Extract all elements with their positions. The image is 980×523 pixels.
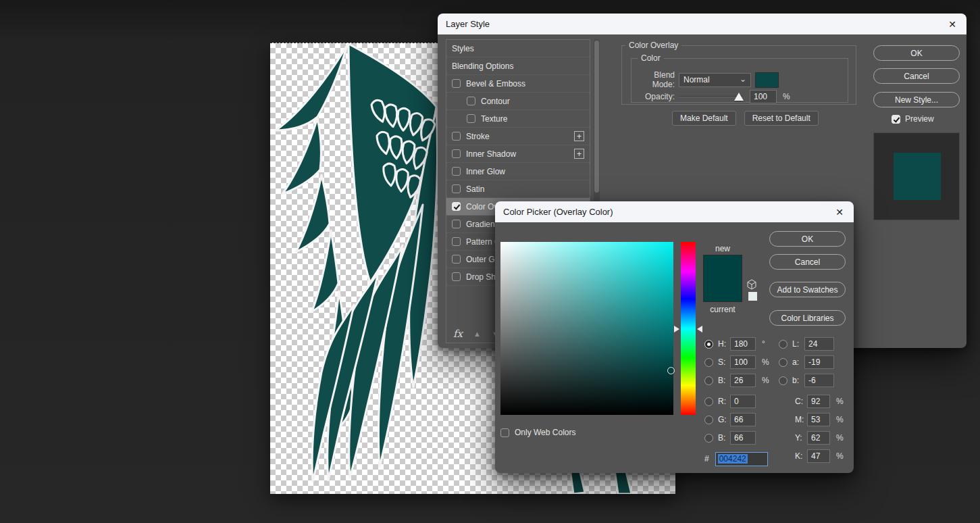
preview-label: Preview xyxy=(905,114,934,124)
styles-item-texture[interactable]: Texture xyxy=(446,110,590,128)
inner-glow-checkbox[interactable] xyxy=(452,167,461,176)
lab-b-field-row: b: xyxy=(779,373,834,388)
blend-mode-label: Blend Mode: xyxy=(631,70,675,89)
opacity-slider-track[interactable] xyxy=(679,96,743,97)
magenta-field-row: M: % xyxy=(795,412,844,427)
ok-button[interactable]: OK xyxy=(769,231,846,247)
yellow-field-row: Y: % xyxy=(795,430,844,445)
styles-item-inner-shadow[interactable]: Inner Shadow+ xyxy=(446,145,590,163)
cancel-button[interactable]: Cancel xyxy=(769,254,846,270)
stroke-checkbox[interactable] xyxy=(452,132,461,141)
hex-selected-text: 004242 xyxy=(718,454,748,464)
satin-checkbox[interactable] xyxy=(452,184,461,193)
close-icon[interactable]: ✕ xyxy=(825,201,854,222)
lab-a-input[interactable] xyxy=(804,355,834,369)
yellow-input[interactable] xyxy=(807,431,830,445)
brightness-radio[interactable] xyxy=(704,376,713,385)
ok-button[interactable]: OK xyxy=(873,45,960,61)
saturation-radio[interactable] xyxy=(704,358,713,367)
blue-input[interactable] xyxy=(730,431,756,445)
layer-style-title: Layer Style xyxy=(446,19,490,29)
brightness-input[interactable] xyxy=(730,374,756,387)
hue-radio[interactable] xyxy=(704,340,713,349)
styles-item-satin[interactable]: Satin xyxy=(446,180,590,198)
gradient-overlay-checkbox[interactable] xyxy=(452,220,461,228)
hue-input[interactable] xyxy=(730,337,756,351)
outer-glow-checkbox[interactable] xyxy=(452,255,461,264)
black-field-row: K: % xyxy=(795,449,844,464)
new-style-button[interactable]: New Style... xyxy=(873,92,960,107)
add-to-swatches-button[interactable]: Add to Swatches xyxy=(769,282,846,297)
add-stroke-icon[interactable]: + xyxy=(574,131,584,141)
layer-style-titlebar[interactable]: Layer Style ✕ xyxy=(438,14,966,34)
opacity-input[interactable] xyxy=(750,90,777,103)
black-input[interactable] xyxy=(807,449,830,463)
lab-a-radio[interactable] xyxy=(779,358,788,367)
green-field-row: G: xyxy=(704,412,756,427)
magenta-input[interactable] xyxy=(807,413,830,426)
gamut-warning-cube-icon[interactable] xyxy=(746,279,757,290)
chevron-down-icon: ⌄ xyxy=(740,77,746,82)
saturation-input[interactable] xyxy=(730,355,756,369)
styles-item-blending-options[interactable]: Blending Options xyxy=(446,57,590,75)
hex-input[interactable]: 004242 xyxy=(715,452,768,466)
lab-a-field-row: a: xyxy=(779,355,834,370)
color-field-marker[interactable] xyxy=(667,367,675,374)
opacity-slider[interactable] xyxy=(679,91,743,102)
blend-mode-select[interactable]: Normal ⌄ xyxy=(679,73,751,87)
styles-item-inner-glow[interactable]: Inner Glow xyxy=(446,163,590,180)
current-color-label: current xyxy=(698,302,748,317)
only-web-colors-label: Only Web Colors xyxy=(515,428,575,437)
fx-icon[interactable]: fx xyxy=(453,328,463,340)
hex-field-row: # 004242 xyxy=(704,451,768,466)
styles-item-styles[interactable]: Styles xyxy=(446,40,590,57)
only-web-colors-checkbox[interactable] xyxy=(500,428,509,437)
styles-item-contour[interactable]: Contour xyxy=(446,93,590,110)
style-preview-swatch xyxy=(894,153,941,200)
lab-b-input[interactable] xyxy=(804,374,834,387)
red-input[interactable] xyxy=(730,395,756,408)
move-up-icon[interactable]: ▲ xyxy=(473,330,481,338)
cyan-input[interactable] xyxy=(807,395,830,408)
new-color-label: new xyxy=(703,241,742,256)
lab-l-radio[interactable] xyxy=(779,340,788,349)
green-input[interactable] xyxy=(730,413,756,426)
saturation-field-row: S: % xyxy=(704,355,769,370)
opacity-row: Opacity: % xyxy=(631,90,790,103)
brightness-field-row: B: % xyxy=(704,373,769,388)
make-default-button[interactable]: Make Default xyxy=(672,111,736,126)
lab-l-field-row: L: xyxy=(779,337,834,351)
color-libraries-button[interactable]: Color Libraries xyxy=(769,310,846,326)
saturation-brightness-field[interactable] xyxy=(500,242,673,415)
hue-slider[interactable] xyxy=(681,242,696,415)
current-color-swatch[interactable] xyxy=(704,278,742,301)
color-overlay-checkbox[interactable] xyxy=(452,202,461,211)
red-radio[interactable] xyxy=(704,397,713,406)
opacity-slider-thumb[interactable] xyxy=(734,93,744,101)
hue-slider-left-arrow-icon[interactable] xyxy=(674,326,679,332)
scrollbar-thumb[interactable] xyxy=(594,41,599,193)
drop-shadow-checkbox[interactable] xyxy=(452,272,461,281)
web-safe-color-swatch[interactable] xyxy=(748,292,757,301)
hue-slider-right-arrow-icon[interactable] xyxy=(697,326,702,332)
close-icon[interactable]: ✕ xyxy=(938,14,966,34)
contour-checkbox[interactable] xyxy=(467,97,475,105)
pattern-overlay-checkbox[interactable] xyxy=(452,237,461,246)
add-inner-shadow-icon[interactable]: + xyxy=(574,149,584,159)
color-picker-titlebar[interactable]: Color Picker (Overlay Color) ✕ xyxy=(495,201,854,222)
lab-b-radio[interactable] xyxy=(779,376,788,385)
lab-l-input[interactable] xyxy=(804,337,834,351)
texture-checkbox[interactable] xyxy=(467,114,475,123)
preview-checkbox[interactable] xyxy=(892,115,900,124)
overlay-color-swatch[interactable] xyxy=(755,72,779,88)
blue-radio[interactable] xyxy=(704,434,713,443)
new-current-swatch xyxy=(703,255,742,302)
cancel-button[interactable]: Cancel xyxy=(873,68,960,84)
styles-item-stroke[interactable]: Stroke+ xyxy=(446,128,590,145)
styles-item-bevel-emboss[interactable]: Bevel & Emboss xyxy=(446,75,590,93)
green-radio[interactable] xyxy=(704,416,713,424)
inner-shadow-checkbox[interactable] xyxy=(452,149,461,158)
opacity-unit: % xyxy=(783,92,790,101)
reset-to-default-button[interactable]: Reset to Default xyxy=(744,111,819,126)
bevel-emboss-checkbox[interactable] xyxy=(452,79,461,88)
